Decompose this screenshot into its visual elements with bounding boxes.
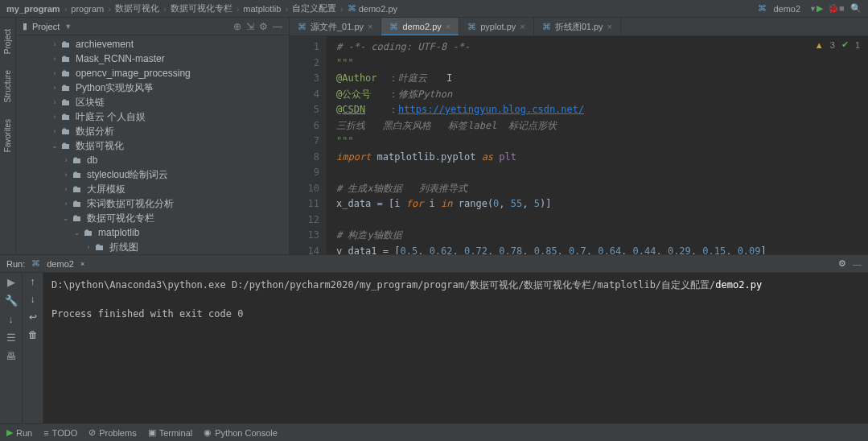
- tree-folder[interactable]: ›🖿叶庭云 个人自娱: [16, 109, 289, 124]
- tree-folder[interactable]: ›🖿区块链: [16, 95, 289, 109]
- todo-icon: ≡: [43, 428, 48, 438]
- tree-label: Python实现放风筝: [76, 81, 154, 95]
- line-number: 4: [290, 87, 319, 103]
- tab-label: demo2.py: [402, 22, 441, 31]
- run-button[interactable]: ▶: [817, 3, 828, 14]
- wrench-icon[interactable]: 🔧: [5, 295, 18, 307]
- down-arrow-icon[interactable]: ↓: [31, 294, 35, 305]
- tree-arrow-icon[interactable]: ›: [50, 127, 60, 135]
- editor-body: ▲3 ✔1 1234567891011121314 # -*- coding: …: [290, 36, 868, 254]
- editor-warnings[interactable]: ▲3 ✔1: [815, 39, 860, 50]
- tree-folder[interactable]: ›🖿数据分析: [16, 124, 289, 138]
- tree-label: stylecloud绘制词云: [87, 168, 168, 182]
- console-output[interactable]: D:\python\Anaconda3\python.exe D:/python…: [43, 273, 868, 423]
- tree-arrow-icon[interactable]: ›: [50, 69, 60, 77]
- tree-folder[interactable]: ›🖿大屏模板: [16, 182, 289, 196]
- tree-arrow-icon[interactable]: ›: [84, 243, 93, 251]
- tree-arrow-icon[interactable]: ›: [50, 98, 60, 106]
- tree-arrow-icon[interactable]: ⌄: [50, 142, 60, 150]
- editor-tab[interactable]: ⌘pyplot.py×: [459, 18, 533, 35]
- run-config-name[interactable]: demo2: [47, 259, 74, 269]
- editor-tabs: ⌘源文件_01.py×⌘demo2.py×⌘pyplot.py×⌘折线图01.p…: [290, 18, 868, 36]
- editor-tab[interactable]: ⌘源文件_01.py×: [290, 18, 381, 35]
- python-file-icon: ⌘: [348, 3, 356, 14]
- crumb[interactable]: my_program: [6, 4, 60, 14]
- crumb-file[interactable]: demo2.py: [359, 4, 397, 14]
- tree-arrow-icon[interactable]: ›: [50, 55, 60, 63]
- search-icon[interactable]: 🔍: [850, 3, 862, 14]
- tree-folder[interactable]: ⌄🖿数据可视化专栏: [16, 211, 289, 225]
- bottom-tab-todo[interactable]: ≡TODO: [43, 428, 77, 438]
- run-config-selector[interactable]: ⌘ demo2 ▼: [758, 3, 817, 14]
- sidebar-tab-structure[interactable]: Structure: [3, 67, 12, 106]
- editor-tab[interactable]: ⌘折线图01.py×: [534, 18, 621, 35]
- tree-arrow-icon[interactable]: ›: [61, 200, 71, 208]
- line-number: 5: [290, 102, 319, 118]
- sidebar-tab-project[interactable]: Project: [3, 26, 12, 57]
- tree-arrow-icon[interactable]: ›: [50, 84, 60, 92]
- tree-folder[interactable]: ⌄🖿matplotlib: [16, 225, 289, 240]
- crumb[interactable]: 数据可视化专栏: [171, 2, 232, 14]
- up-arrow-icon[interactable]: ↑: [31, 276, 35, 287]
- editor-tab[interactable]: ⌘demo2.py×: [381, 18, 459, 35]
- code-editor[interactable]: # -*- coding: UTF-8 -*- """ @Author ：叶庭云…: [327, 36, 868, 254]
- line-number: 13: [290, 228, 319, 244]
- python-file-icon: ⌘: [542, 22, 551, 32]
- tree-arrow-icon[interactable]: ›: [61, 156, 71, 164]
- tree-folder[interactable]: ⌄🖿数据可视化: [16, 138, 289, 153]
- hide-icon[interactable]: —: [853, 259, 862, 269]
- tree-folder[interactable]: ›🖿折线图: [16, 240, 289, 254]
- tree-folder[interactable]: ›🖿archievement: [16, 37, 289, 52]
- rerun-icon[interactable]: ▶: [7, 276, 15, 288]
- crumb[interactable]: matplotlib: [243, 4, 281, 14]
- tree-folder[interactable]: ›🖿Mask_RCNN-master: [16, 52, 289, 66]
- left-tool-gutter: Project Structure Favorites: [0, 18, 16, 254]
- tree-folder[interactable]: ›🖿宋词数据可视化分析: [16, 196, 289, 211]
- soft-wrap-icon[interactable]: ↩: [29, 311, 37, 323]
- close-icon[interactable]: ×: [80, 260, 84, 268]
- close-icon[interactable]: ×: [520, 22, 525, 31]
- close-icon[interactable]: ×: [368, 22, 372, 31]
- tree-label: 区块链: [76, 96, 105, 109]
- stop-button[interactable]: ■: [839, 3, 850, 14]
- bottom-tab-run[interactable]: ▶Run: [6, 427, 32, 438]
- bottom-tab-problems[interactable]: ⊘Problems: [88, 427, 136, 438]
- hide-icon[interactable]: —: [273, 21, 282, 32]
- tree-arrow-icon[interactable]: ⌄: [72, 229, 82, 237]
- crumb[interactable]: 自定义配置: [292, 2, 336, 14]
- tree-arrow-icon[interactable]: ⌄: [61, 214, 71, 222]
- tree-folder[interactable]: ›🖿stylecloud绘制词云: [16, 167, 289, 182]
- debug-button[interactable]: 🐞: [828, 3, 839, 14]
- sidebar-tab-favorites[interactable]: Favorites: [3, 116, 12, 155]
- tree-arrow-icon[interactable]: ›: [61, 171, 71, 179]
- locate-icon[interactable]: ⊕: [233, 21, 241, 32]
- bottom-tab-pyconsole[interactable]: ◉Python Console: [204, 427, 278, 438]
- project-tree[interactable]: ›🖿archievement›🖿Mask_RCNN-master›🖿opencv…: [16, 35, 289, 254]
- line-number: 10: [290, 181, 319, 197]
- close-icon[interactable]: ×: [607, 22, 612, 31]
- tree-folder[interactable]: ›🖿db: [16, 153, 289, 167]
- line-gutter: 1234567891011121314: [290, 36, 327, 254]
- collapse-icon[interactable]: ⇲: [246, 21, 254, 32]
- gear-icon[interactable]: ⚙: [838, 258, 846, 269]
- line-number: 1: [290, 39, 319, 56]
- down-arrow-icon[interactable]: ↓: [8, 313, 14, 325]
- print-icon[interactable]: 🖶: [6, 350, 16, 362]
- filter-icon[interactable]: ☰: [6, 332, 16, 344]
- bottom-tab-terminal[interactable]: ▣Terminal: [148, 427, 193, 438]
- tree-arrow-icon[interactable]: ›: [50, 113, 60, 121]
- crumb[interactable]: program: [71, 4, 104, 14]
- crumb[interactable]: 数据可视化: [115, 2, 159, 14]
- tree-label: opencv_image_processing: [76, 68, 191, 79]
- tree-arrow-icon[interactable]: ›: [50, 40, 60, 48]
- tree-label: archievement: [76, 39, 134, 50]
- gear-icon[interactable]: ⚙: [259, 21, 268, 32]
- close-icon[interactable]: ×: [446, 22, 450, 31]
- tree-arrow-icon[interactable]: ›: [61, 185, 71, 193]
- chevron-down-icon[interactable]: ▼: [64, 23, 72, 31]
- run-icon: ▶: [6, 427, 13, 438]
- trash-icon[interactable]: 🗑: [28, 329, 38, 340]
- warning-icon: ▲: [815, 40, 824, 50]
- tree-folder[interactable]: ›🖿Python实现放风筝: [16, 80, 289, 95]
- tree-folder[interactable]: ›🖿opencv_image_processing: [16, 66, 289, 80]
